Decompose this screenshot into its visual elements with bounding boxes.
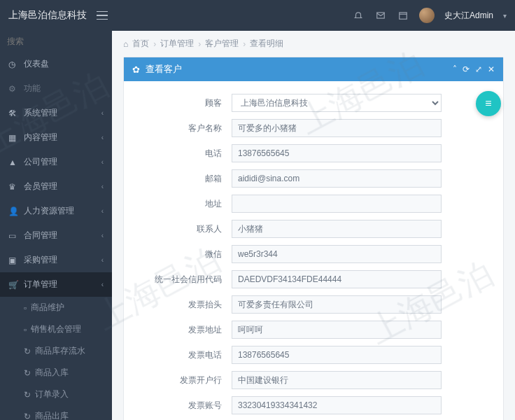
email-field[interactable]: [232, 169, 442, 188]
panel-title: 查看客户: [146, 63, 182, 76]
sidebar-item-contract[interactable]: ▭合同管理‹: [0, 223, 112, 248]
label-contact: 联系人: [141, 223, 232, 235]
label-inv-acct: 发票账号: [141, 400, 232, 412]
inv-acct-field[interactable]: [232, 396, 442, 414]
label-inv-addr: 发票地址: [141, 324, 232, 336]
chevron-left-icon: ‹: [101, 281, 104, 288]
dot-icon: ↻: [24, 390, 31, 400]
dot-icon: ↻: [24, 368, 31, 378]
label-tenant: 顾客: [141, 97, 232, 109]
chevron-left-icon: ‹: [101, 109, 104, 117]
label-phone: 电话: [141, 148, 232, 160]
crown-icon: ♛: [8, 182, 18, 192]
crumb-detail: 查看明细: [250, 38, 283, 50]
sidebar-item-label: 内容管理: [24, 132, 57, 144]
dashboard-icon: ◷: [8, 59, 18, 69]
gear-icon: ✿: [132, 64, 140, 75]
sidebar-item-label: 合同管理: [24, 230, 57, 241]
tool-expand-icon[interactable]: ⤢: [475, 64, 482, 74]
sidebar-item-function[interactable]: ⚙功能: [0, 76, 112, 101]
sidebar-item-label: 订单管理: [24, 279, 57, 290]
label-inv-bank: 发票开户行: [141, 374, 232, 386]
file-icon: ▭: [8, 231, 18, 241]
uscc-field[interactable]: [232, 270, 442, 288]
chevron-right-icon: ›: [198, 39, 201, 49]
sub-item-product[interactable]: ▫商品维护: [0, 297, 112, 318]
calendar-icon[interactable]: [397, 9, 409, 22]
sidebar-item-label: 系统管理: [24, 107, 57, 119]
brand-title: 上海邑泊信息科技: [8, 9, 87, 22]
users-icon: 👤: [8, 206, 18, 216]
label-inv-phone: 发票电话: [141, 349, 232, 361]
inv-bank-field[interactable]: [232, 371, 442, 389]
sidebar-item-purchase[interactable]: ▣采购管理‹: [0, 248, 112, 272]
crumb-order[interactable]: 订单管理: [160, 38, 194, 50]
sub-item-stock-flow[interactable]: ↻商品库存流水: [0, 340, 112, 362]
sub-item-order-entry[interactable]: ↻订单录入: [0, 384, 112, 405]
sidebar-item-dashboard[interactable]: ◷仪表盘: [0, 52, 112, 76]
contact-field[interactable]: [232, 220, 442, 238]
sidebar-item-system[interactable]: 🛠系统管理‹: [0, 101, 112, 125]
cart-icon: 🛒: [8, 280, 18, 290]
menu-toggle[interactable]: [97, 11, 108, 20]
inv-addr-field[interactable]: [232, 321, 442, 339]
inv-phone-field[interactable]: [232, 346, 442, 364]
label-email: 邮箱: [141, 173, 232, 185]
avatar[interactable]: [419, 8, 435, 23]
dot-icon: ↻: [24, 412, 31, 421]
inv-title-field[interactable]: [232, 295, 442, 314]
sub-item-label: 商品维护: [31, 302, 64, 314]
tool-refresh-icon[interactable]: ⟳: [463, 64, 470, 74]
sub-item-stock-out[interactable]: ↻商品出库: [0, 405, 112, 420]
mail-icon[interactable]: [374, 9, 387, 22]
sidebar-item-label: 仪表盘: [24, 58, 49, 70]
chevron-right-icon: ›: [243, 39, 246, 49]
box-icon: ▣: [8, 255, 18, 265]
breadcrumb: ⌂ 首页 › 订单管理 › 客户管理 › 查看明细: [112, 31, 515, 57]
crumb-customer[interactable]: 客户管理: [205, 38, 239, 50]
sub-item-stock-in[interactable]: ↻商品入库: [0, 362, 112, 384]
search-input[interactable]: [7, 36, 112, 46]
sidebar-item-content[interactable]: ▦内容管理‹: [0, 125, 112, 150]
label-wechat: 微信: [141, 248, 232, 260]
sidebar-item-member[interactable]: ♛会员管理‹: [0, 174, 112, 199]
dot-icon: ▫: [24, 325, 27, 335]
sidebar-item-hr[interactable]: 👤人力资源管理‹: [0, 199, 112, 223]
label-address: 地址: [141, 198, 232, 210]
sidebar-item-label: 公司管理: [24, 156, 57, 168]
fab-button[interactable]: ≡: [476, 91, 501, 116]
dot-icon: ▫: [24, 303, 27, 313]
sub-item-label: 商品入库: [35, 367, 69, 379]
wrench-icon: 🛠: [8, 108, 18, 118]
label-name: 客户名称: [141, 122, 232, 134]
wechat-field[interactable]: [232, 245, 442, 263]
chevron-left-icon: ‹: [101, 207, 104, 215]
sub-item-label: 商品出库: [35, 410, 69, 420]
building-icon: ▲: [8, 158, 18, 167]
tenant-select[interactable]: 上海邑泊信息科技: [232, 94, 442, 112]
chevron-left-icon: ‹: [101, 232, 104, 239]
chevron-left-icon: ‹: [101, 256, 104, 264]
sidebar-item-label: 会员管理: [24, 181, 57, 192]
sidebar-item-order[interactable]: 🛒订单管理‹: [0, 272, 112, 297]
sidebar-item-label: 人力资源管理: [24, 205, 74, 217]
username[interactable]: 史大江Admin: [444, 10, 493, 22]
tool-up-icon[interactable]: ˄: [453, 64, 457, 74]
phone-field[interactable]: [232, 144, 442, 162]
close-icon[interactable]: ✕: [488, 64, 495, 74]
bell-icon[interactable]: [352, 9, 365, 22]
sidebar-item-label: 采购管理: [24, 254, 57, 266]
address-field[interactable]: [232, 195, 442, 213]
dot-icon: ↻: [24, 346, 31, 356]
sub-item-label: 商品库存流水: [35, 345, 85, 357]
sidebar-item-company[interactable]: ▲公司管理‹: [0, 150, 112, 174]
panel-header: ✿ 查看客户 ˄ ⟳ ⤢ ✕: [124, 57, 503, 81]
sub-item-sales-opp[interactable]: ▫销售机会管理: [0, 318, 112, 340]
gear-icon: ⚙: [8, 84, 18, 94]
home-icon[interactable]: ⌂: [123, 39, 128, 49]
chevron-down-icon[interactable]: ▾: [503, 12, 507, 20]
svg-rect-1: [400, 13, 407, 19]
chevron-right-icon: ›: [153, 39, 156, 49]
name-field[interactable]: [232, 119, 442, 137]
crumb-home[interactable]: 首页: [132, 38, 149, 50]
